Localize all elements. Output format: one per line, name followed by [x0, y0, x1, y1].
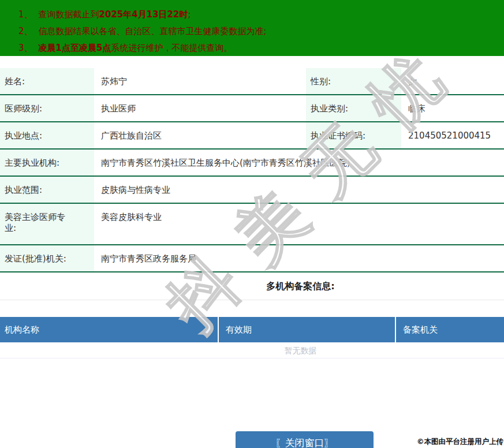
table-row: 执业范围: 皮肤病与性病专业	[0, 177, 504, 204]
field-value-main-institution: 南宁市青秀区竹溪社区卫生服务中心(南宁市青秀区竹溪社区医院)	[94, 150, 504, 176]
notice-line-1: 1、查询数据截止到2025年4月13日22时;	[18, 6, 492, 23]
notice-number: 1、	[18, 9, 33, 20]
practitioner-info-table: 姓名: 苏炜宁 性别: 女 医师级别: 执业医师 执业类别: 临床 执业地点: …	[0, 68, 504, 272]
table-row: 主要执业机构: 南宁市青秀区竹溪社区卫生服务中心(南宁市青秀区竹溪社区医院)	[0, 150, 504, 177]
notice-number: 3、	[18, 43, 33, 53]
table-row: 姓名: 苏炜宁 性别: 女	[0, 68, 504, 95]
field-label-issuing-authority: 发证(批准)机关:	[0, 245, 94, 271]
field-label-name: 姓名:	[0, 68, 94, 94]
field-label-main-institution: 主要执业机构:	[0, 150, 94, 176]
table-row: 执业地点: 广西壮族自治区 执业证书编码: 210450521000415	[0, 122, 504, 150]
field-value-certificate-code: 210450521000415	[401, 122, 504, 148]
field-label-practice-scope: 执业范围:	[0, 177, 94, 203]
multi-institution-filing-heading: 多机构备案信息:	[0, 272, 504, 300]
field-value-practice-location: 广西壮族自治区	[94, 122, 306, 148]
empty-state: 暂无数据	[0, 342, 504, 359]
column-header-institution-name: 机构名称	[0, 317, 218, 342]
field-value-issuing-authority: 南宁市青秀区政务服务局	[94, 245, 504, 271]
table-row: 发证(批准)机关: 南宁市青秀区政务服务局	[0, 245, 504, 272]
field-label-practice-category: 执业类别:	[306, 95, 401, 121]
close-window-button[interactable]: 〖关闭窗口〗	[236, 431, 374, 448]
notice-text-bold: 2025年4月13日22时	[99, 9, 188, 20]
notice-text-bold: 凌晨1点至凌晨5点	[39, 43, 111, 53]
notice-text: 系统进行维护，不能提供查询。	[111, 43, 232, 53]
notice-line-3: 3、凌晨1点至凌晨5点系统进行维护，不能提供查询。	[18, 40, 492, 57]
field-value-name: 苏炜宁	[94, 68, 306, 94]
field-value-doctor-level: 执业医师	[94, 95, 306, 121]
notice-number: 2、	[18, 26, 33, 36]
table-row: 美容主诊医师专业: 美容皮肤科专业	[0, 204, 504, 245]
notice-text: 信息数据结果以各省、自治区、直辖市卫生健康委数据为准;	[39, 26, 267, 36]
field-label-gender: 性别:	[306, 68, 401, 94]
field-label-practice-location: 执业地点:	[0, 122, 94, 148]
notice-text: 查询数据截止到	[39, 9, 99, 20]
field-value-gender: 女	[401, 68, 504, 94]
notice-line-2: 2、信息数据结果以各省、自治区、直辖市卫生健康委数据为准;	[18, 23, 492, 40]
notice-text: ;	[188, 9, 191, 20]
filing-table-header: 机构名称 有效期 备案机关	[0, 317, 504, 342]
copyright-note: ©本图由平台注册用户上传	[417, 437, 503, 447]
field-label-certificate-code: 执业证书编码:	[306, 122, 401, 148]
table-row: 医师级别: 执业医师 执业类别: 临床	[0, 95, 504, 122]
field-value-cosmetic-specialty: 美容皮肤科专业	[94, 204, 504, 244]
column-header-filing-authority: 备案机关	[395, 317, 504, 342]
query-result-page: 1、查询数据截止到2025年4月13日22时; 2、信息数据结果以各省、自治区、…	[0, 0, 504, 448]
field-label-doctor-level: 医师级别:	[0, 95, 94, 121]
field-value-practice-scope: 皮肤病与性病专业	[94, 177, 504, 203]
field-value-practice-category: 临床	[401, 95, 504, 121]
column-header-validity-period: 有效期	[218, 317, 395, 342]
notice-banner: 1、查询数据截止到2025年4月13日22时; 2、信息数据结果以各省、自治区、…	[0, 0, 504, 56]
field-label-cosmetic-specialty: 美容主诊医师专业:	[0, 204, 94, 244]
